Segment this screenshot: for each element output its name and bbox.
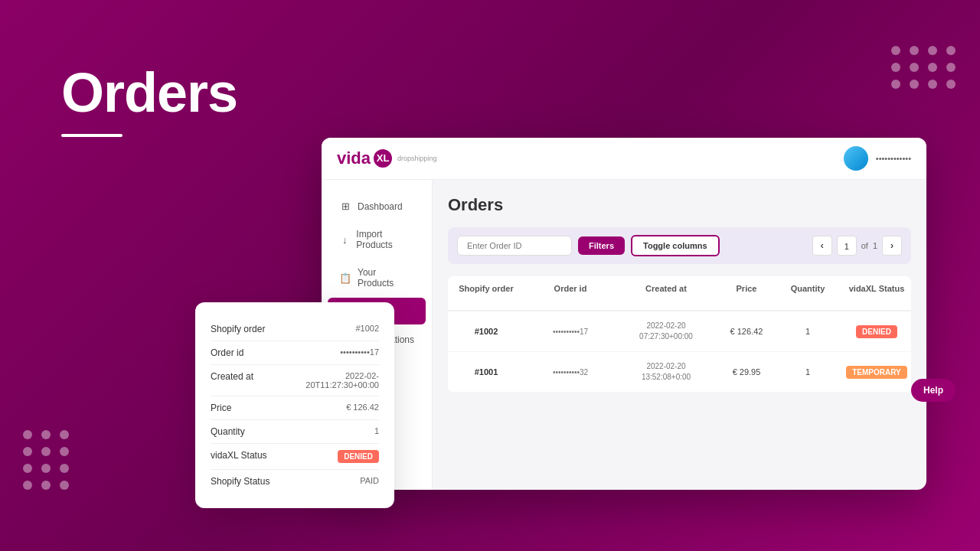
col-header-vidaxl-status: vidaXL Status: [838, 276, 911, 310]
avatar: [844, 146, 868, 171]
next-page-button[interactable]: ›: [882, 236, 902, 256]
page-of-label: of: [861, 241, 868, 250]
table-row: #1001 ••••••••••32 2022-02-2013:52:08+0:…: [448, 352, 911, 393]
col-header-shopify-order: Shopify order: [448, 276, 524, 310]
col-header-order-id: Order id: [524, 276, 616, 310]
popup-row-shopify-status: Shopify Status PAID: [211, 470, 379, 493]
popup-value-created-at: 2022-02-20T11:27:30+00:00: [305, 371, 379, 390]
col-header-quantity: Quantity: [777, 276, 838, 310]
popup-row-vidaxl-status: vidaXL Status DENIED: [211, 444, 379, 470]
current-page: 1: [837, 236, 857, 256]
cell-shopify-order: #1001: [448, 358, 524, 386]
sidebar-item-label: Dashboard: [358, 201, 403, 212]
logo-sub: dropshipping: [397, 155, 437, 163]
popup-value-shopify-order: #1002: [355, 324, 379, 333]
app-body: ⊞ Dashboard ↓ Import Products 📋 Your Pro…: [322, 180, 926, 490]
popup-row-quantity: Quantity 1: [211, 420, 379, 444]
header-right: ••••••••••••: [844, 146, 911, 171]
sidebar-item-dashboard[interactable]: ⊞ Dashboard: [328, 193, 426, 220]
popup-label-order-id: Order id: [211, 347, 243, 358]
app-window: vida XL dropshipping •••••••••••• ⊞ Dash…: [322, 138, 926, 490]
popup-label-shopify-order: Shopify order: [211, 324, 265, 334]
popup-row-created-at: Created at 2022-02-20T11:27:30+00:00: [211, 365, 379, 396]
popup-value-order-id: ••••••••••17: [340, 347, 379, 357]
popup-row-shopify-order: Shopify order #1002: [211, 318, 379, 341]
popup-label-quantity: Quantity: [211, 426, 245, 437]
sidebar-item-label: Import Products: [356, 229, 414, 250]
cell-quantity: 1: [777, 318, 838, 345]
content-title: Orders: [448, 195, 911, 215]
popup-value-price: € 126.42: [346, 403, 379, 412]
cell-vidaxl-status: DENIED: [838, 316, 911, 347]
popup-row-order-id: Order id ••••••••••17: [211, 341, 379, 365]
col-header-created-at: Created at: [616, 276, 716, 310]
table-row: #1002 ••••••••••17 2022-02-2007:27:30+00…: [448, 311, 911, 352]
username: ••••••••••••: [876, 154, 911, 163]
decorative-dots-bottom-left: [23, 430, 70, 490]
popup-label-vidaxl-status: vidaXL Status: [211, 450, 267, 461]
table-header: Shopify order Order id Created at Price …: [448, 276, 911, 311]
orders-table: Shopify order Order id Created at Price …: [448, 276, 911, 393]
logo-area: vida XL dropshipping: [337, 148, 437, 168]
app-header: vida XL dropshipping ••••••••••••: [322, 138, 926, 180]
pagination: ‹ 1 of 1 ›: [812, 236, 902, 256]
order-id-input[interactable]: [457, 236, 572, 256]
hero-underline: [61, 134, 122, 137]
popup-value-quantity: 1: [374, 426, 379, 435]
popup-status-badge: DENIED: [338, 450, 379, 463]
popup-label-price: Price: [211, 403, 231, 413]
popup-row-price: Price € 126.42: [211, 396, 379, 420]
order-detail-popup: Shopify order #1002 Order id ••••••••••1…: [195, 302, 394, 508]
sidebar-item-import-products[interactable]: ↓ Import Products: [328, 221, 426, 258]
cell-shopify-order: #1002: [448, 318, 524, 345]
sidebar-item-your-products[interactable]: 📋 Your Products: [328, 259, 426, 296]
cell-created-at: 2022-02-2013:52:08+0:00: [616, 352, 716, 392]
cell-quantity: 1: [777, 358, 838, 386]
logo-x-icon: XL: [374, 149, 392, 168]
cell-vidaxl-status: TEMPORARY: [838, 357, 911, 388]
total-pages: 1: [873, 241, 877, 250]
cell-order-id: ••••••••••17: [524, 318, 616, 345]
popup-value-shopify-status: PAID: [360, 476, 379, 485]
filters-button[interactable]: Filters: [578, 236, 625, 255]
cell-price: € 29.95: [716, 358, 777, 386]
sidebar-item-label: Your Products: [358, 267, 414, 289]
popup-label-created-at: Created at: [211, 371, 253, 382]
prev-page-button[interactable]: ‹: [812, 236, 832, 256]
status-badge-temporary: TEMPORARY: [846, 366, 907, 379]
status-badge-denied: DENIED: [856, 325, 897, 338]
popup-label-shopify-status: Shopify Status: [211, 476, 270, 487]
toolbar: Filters Toggle columns ‹ 1 of 1 ›: [448, 227, 911, 264]
main-content: Orders Filters Toggle columns ‹ 1 of 1 ›…: [433, 180, 926, 490]
products-icon: 📋: [339, 272, 351, 284]
hero-title: Orders: [61, 61, 237, 124]
cell-order-id: ••••••••••32: [524, 359, 616, 386]
import-icon: ↓: [339, 234, 350, 246]
dashboard-icon: ⊞: [339, 201, 351, 212]
cell-created-at: 2022-02-2007:27:30+00:00: [616, 311, 716, 351]
popup-value-vidaxl-status: DENIED: [338, 450, 379, 463]
toggle-columns-button[interactable]: Toggle columns: [631, 235, 720, 256]
logo-text: vida: [337, 148, 371, 168]
help-button[interactable]: Help: [911, 379, 956, 402]
col-header-price: Price: [716, 276, 777, 310]
decorative-dots-top-right: [891, 46, 957, 89]
cell-price: € 126.42: [716, 318, 777, 345]
